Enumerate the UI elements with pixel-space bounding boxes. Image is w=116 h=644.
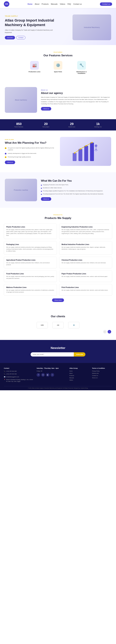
- footer-link-privacy[interactable]: Privacy Policy: [92, 370, 112, 372]
- about-right: About us About our agency Atlas Al-Arabi…: [41, 89, 111, 110]
- stat-awards-number: 29: [68, 122, 75, 126]
- product-desc-2: We can supply, install and maintain prod…: [6, 246, 54, 252]
- email-icon: ✉️: [4, 376, 5, 378]
- svg-point-4: [74, 152, 75, 154]
- planning-item-text-1: Industry development in Egypt and the Ar…: [8, 152, 37, 154]
- product-title-9: Print Production Lines: [62, 286, 110, 288]
- features-title: Our Features Services: [5, 54, 111, 57]
- planning-items: Our goal is to reach the highest quality…: [5, 147, 56, 158]
- feature-spare-parts: ⚙️ Spare Parts: [49, 61, 67, 74]
- footer-link-delivery[interactable]: Delivery Info: [92, 372, 112, 374]
- planning-title: What Are We Planning For You?: [5, 141, 56, 144]
- feature-maintenance: 🔧 Maintenance & Installation: [73, 61, 90, 74]
- phone2-icon: 📞: [4, 373, 5, 375]
- planning-tag: OUR PLANS: [5, 139, 56, 140]
- youtube-icon[interactable]: ▶: [46, 373, 49, 376]
- linkedin-icon[interactable]: in: [41, 373, 45, 376]
- logo-icon: AG: [4, 1, 9, 7]
- product-desc-7: We can supply, install and maintain prod…: [62, 276, 110, 278]
- newsletter-input[interactable]: [31, 352, 74, 356]
- product-title-3: Medical Industries Production Lines: [62, 244, 110, 245]
- newsletter-title: Newsletter: [5, 346, 111, 350]
- planning-dot-1: [5, 153, 7, 154]
- facebook-icon[interactable]: f: [37, 373, 40, 376]
- footer-col-terms: Terms & Condition Privacy Policy Deliver…: [92, 368, 112, 383]
- footer-link-videos[interactable]: Videos: [69, 379, 89, 381]
- newsletter-section: Newsletter Subscribe: [0, 340, 116, 363]
- product-card-1: Engineering Industries Production Lines …: [59, 224, 112, 239]
- cando-item-0: Supplying Production Lines And Spare Par…: [41, 184, 111, 186]
- stat-plants-number: 850: [14, 122, 24, 126]
- nav-videos[interactable]: Videos: [60, 3, 65, 5]
- footer-col-hours: Saturday - Thursday: 9am - 6pm Friday: O…: [37, 368, 67, 383]
- nav-cta-button[interactable]: Contact us: [100, 2, 112, 6]
- clients-logos: UBit AM ⚙️: [5, 322, 111, 328]
- about-button[interactable]: About us: [41, 107, 51, 110]
- newsletter-subscribe-button[interactable]: Subscribe: [74, 352, 85, 356]
- planning-button[interactable]: About us: [5, 160, 15, 164]
- clients-title: Our clients: [5, 315, 111, 318]
- nav-home[interactable]: Home: [28, 3, 33, 5]
- product-card-9: Print Production Lines We can supply, in…: [59, 284, 112, 296]
- footer-terms-title: Terms & Condition: [92, 368, 112, 369]
- planning-left: OUR PLANS What Are We Planning For You? …: [5, 139, 56, 164]
- svg-rect-3: [90, 142, 94, 161]
- client-logo-0: UBit: [37, 322, 48, 328]
- hero-left: Trade supply Atlas Group Import Industri…: [5, 15, 56, 40]
- footer-link-contact[interactable]: Contact Us: [92, 375, 112, 376]
- product-title-1: Engineering Industries Production Lines: [62, 226, 110, 228]
- footer-link-manuals[interactable]: Manuals: [69, 377, 89, 378]
- about-desc: Atlas Al-Arabia Company for Trade and Su…: [41, 96, 111, 105]
- show-more-button[interactable]: Show more: [52, 298, 64, 302]
- product-title-0: Plastic Production Lines: [6, 226, 54, 228]
- product-desc-0: We can supply, install and maintain prod…: [6, 229, 54, 236]
- newsletter-form: Subscribe: [31, 352, 85, 356]
- hero-title: Atlas Group Import Industrial Machinery …: [5, 18, 56, 27]
- svg-point-8: [95, 144, 97, 147]
- cando-image: Production machine: [5, 179, 37, 201]
- products-tag: Products: [4, 214, 112, 216]
- svg-point-7: [91, 142, 93, 143]
- clients-nav: ‹ ›: [5, 330, 111, 334]
- twitter-icon[interactable]: t: [51, 373, 54, 376]
- feature-spare-parts-label: Spare Parts: [54, 71, 62, 72]
- stat-plants: 850 Plants Maintain.: [14, 122, 24, 128]
- cando-title: What We Can Do For You: [41, 180, 111, 182]
- stat-meetings: 1k Meetings too: [94, 122, 102, 128]
- hero-buttons: Discover Contact: [5, 36, 56, 40]
- product-desc-9: We can supply, install and maintain prod…: [62, 289, 110, 291]
- footer-copyright: © 2021 Atlas Al-Arabia Supply of Industr…: [28, 388, 88, 389]
- hero-discover-button[interactable]: Discover: [5, 36, 15, 40]
- footer-link-terms[interactable]: Terms & C.: [92, 377, 112, 378]
- nav-about[interactable]: About: [35, 3, 39, 5]
- nav-manuals[interactable]: Manuals: [51, 3, 58, 5]
- footer-link-home[interactable]: Home: [69, 370, 89, 372]
- footer-atlas-title: Atlas Group: [69, 368, 89, 369]
- nav-contact[interactable]: Contact us: [73, 3, 82, 5]
- nav-links: Home About Products Manuals Videos FAQ C…: [28, 3, 82, 5]
- spare-parts-icon: ⚙️: [54, 61, 62, 70]
- client-logo-2: ⚙️: [68, 322, 79, 328]
- nav-products[interactable]: Products: [42, 3, 49, 5]
- planning-item-text-2: Pioneering through high quality products…: [8, 156, 31, 158]
- product-title-6: Food Production Lines: [6, 273, 54, 274]
- footer-phone1: 📞 (+20) 155 5444 800: [4, 370, 34, 372]
- feature-maintenance-label: Maintenance & Installation: [73, 71, 90, 74]
- svg-rect-1: [78, 149, 82, 161]
- planning-image: [60, 137, 111, 166]
- nav-faq[interactable]: FAQ: [67, 3, 71, 5]
- clients-next-button[interactable]: ›: [108, 330, 111, 334]
- footer-col-atlas: Atlas Group Home About Products Manuals …: [69, 368, 89, 383]
- footer-link-about[interactable]: About: [69, 372, 89, 374]
- footer-email: ✉️ info@atlasegyptmh.com: [4, 376, 34, 378]
- hero-contact-button[interactable]: Contact: [16, 36, 26, 40]
- footer-link-products[interactable]: Products: [69, 375, 89, 376]
- stat-projects: 20 New project: [43, 122, 49, 128]
- clients-prev-button[interactable]: ‹: [103, 330, 107, 334]
- cando-button[interactable]: About us: [41, 197, 51, 201]
- cando-item-2: Providing Highly Qualified Engineers For…: [41, 190, 111, 192]
- product-title-5: Chemical Production Lines: [62, 259, 110, 261]
- client-logo-1: AM: [52, 322, 64, 328]
- product-card-5: Chemical Production Lines We can supply,…: [59, 257, 112, 268]
- footer-social: f in ▶ t: [37, 373, 67, 376]
